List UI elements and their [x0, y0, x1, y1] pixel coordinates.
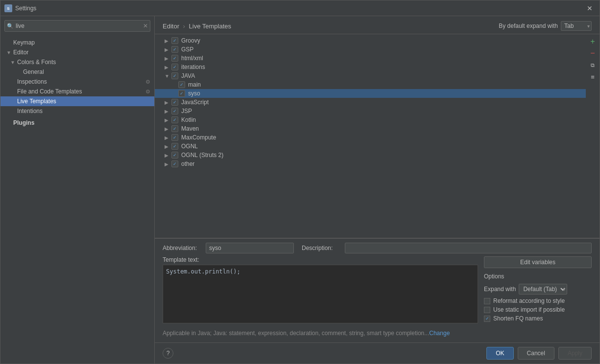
- add-template-button[interactable]: +: [587, 36, 598, 47]
- panel-header: Editor › Live Templates By default expan…: [155, 16, 600, 34]
- sidebar-item-general[interactable]: General: [0, 67, 154, 77]
- template-text-label: Template text:: [163, 256, 478, 263]
- edit-variables-button[interactable]: Edit variables: [484, 256, 592, 268]
- checkbox-main[interactable]: ✓: [178, 81, 185, 88]
- static-import-checkbox[interactable]: [484, 307, 490, 313]
- cancel-button[interactable]: Cancel: [518, 347, 554, 360]
- footer-buttons: OK Cancel Apply: [486, 347, 592, 360]
- list-item[interactable]: ▶ ✓ OGNL (Struts 2): [155, 151, 586, 159]
- breadcrumb-current: Live Templates: [189, 23, 231, 30]
- sidebar: 🔍 ✕ Keymap ▼ Editor ▼ Colors & Fon: [0, 16, 155, 364]
- checkbox-maxcompute[interactable]: ✓: [171, 134, 178, 141]
- abbreviation-input[interactable]: [206, 243, 294, 253]
- sidebar-item-live-templates[interactable]: Live Templates: [0, 96, 154, 106]
- search-box: 🔍 ✕: [4, 20, 150, 32]
- checkbox-syso[interactable]: ✓: [178, 90, 185, 97]
- checkbox-html-xml[interactable]: ✓: [171, 55, 178, 62]
- sidebar-item-intentions[interactable]: Intentions: [0, 106, 154, 116]
- gear-icon: ⚙: [145, 89, 150, 95]
- change-link[interactable]: Change: [429, 330, 450, 337]
- list-item[interactable]: ▶ ✓ GSP: [155, 45, 586, 54]
- checkbox-other[interactable]: ✓: [171, 160, 178, 167]
- close-button[interactable]: ✕: [584, 2, 596, 14]
- list-item-syso[interactable]: ✓ syso: [155, 89, 586, 98]
- title-bar: S Settings ✕: [0, 0, 600, 16]
- shorten-fq-label: Shorten FQ names: [493, 315, 543, 322]
- sidebar-item-inspections[interactable]: Inspections ⚙: [0, 77, 154, 87]
- breadcrumb: Editor › Live Templates: [163, 23, 231, 30]
- shorten-fq-row: ✓ Shorten FQ names: [484, 315, 592, 322]
- description-label: Description:: [302, 245, 341, 251]
- breadcrumb-separator: ›: [183, 23, 185, 30]
- checkbox-gsp[interactable]: ✓: [171, 46, 178, 53]
- abbreviation-row: Abbreviation: Description:: [163, 243, 592, 253]
- sidebar-item-file-code-templates[interactable]: File and Code Templates ⚙: [0, 87, 154, 96]
- checkbox-ognl[interactable]: ✓: [171, 143, 178, 150]
- checkbox-java[interactable]: ✓: [171, 72, 178, 79]
- checkbox-javascript[interactable]: ✓: [171, 99, 178, 106]
- list-item[interactable]: ✓ main: [155, 80, 586, 89]
- expand-arrow-icon: ▶: [165, 47, 169, 52]
- window-title: Settings: [15, 5, 584, 12]
- help-button[interactable]: ?: [163, 348, 173, 359]
- bottom-area: Abbreviation: Description: Template text…: [155, 238, 600, 342]
- sidebar-item-editor[interactable]: ▼ Editor: [0, 47, 154, 57]
- dialog-footer: ? OK Cancel Apply: [155, 342, 600, 364]
- reformat-row: Reformat according to style: [484, 297, 592, 304]
- svg-text:S: S: [7, 6, 10, 11]
- expand-arrow-icon: ▶: [165, 109, 169, 114]
- settings-button[interactable]: ≡: [587, 71, 598, 82]
- list-item[interactable]: ▶ ✓ Groovy: [155, 36, 586, 45]
- list-item[interactable]: ▶ ✓ other: [155, 159, 586, 168]
- search-icon: 🔍: [7, 23, 14, 29]
- list-item[interactable]: ▶ ✓ JavaScript: [155, 98, 586, 107]
- search-clear-icon[interactable]: ✕: [143, 23, 148, 29]
- list-item[interactable]: ▼ ✓ JAVA: [155, 71, 586, 80]
- list-item[interactable]: ▶ ✓ Maven: [155, 124, 586, 133]
- expand-label: By default expand with: [499, 23, 558, 29]
- list-item[interactable]: ▶ ✓ html/xml: [155, 54, 586, 63]
- list-item[interactable]: ▶ ✓ JSP: [155, 107, 586, 115]
- expand-arrow-icon: ▶: [165, 100, 169, 105]
- checkbox-maven[interactable]: ✓: [171, 125, 178, 132]
- shorten-fq-checkbox[interactable]: ✓: [484, 316, 490, 322]
- list-item[interactable]: ▶ ✓ OGNL: [155, 142, 586, 151]
- sidebar-item-plugins[interactable]: Plugins: [0, 118, 154, 128]
- expand-arrow-icon: ▶: [165, 126, 169, 132]
- expand-arrow-icon: ▶: [165, 38, 169, 44]
- expand-arrow-icon: ▶: [165, 135, 169, 140]
- reformat-checkbox[interactable]: [484, 298, 490, 304]
- expand-arrow-icon: ▶: [165, 117, 169, 123]
- expand-arrow-icon: ▶: [165, 144, 169, 149]
- arrow-icon: ▼: [10, 60, 15, 65]
- checkbox-groovy[interactable]: ✓: [171, 37, 178, 44]
- search-input[interactable]: [4, 20, 150, 32]
- expand-dropdown[interactable]: Tab Enter Space: [561, 21, 592, 31]
- expand-with-label: Expand with: [484, 286, 516, 293]
- expand-arrow-icon: ▶: [165, 56, 169, 61]
- sidebar-item-keymap[interactable]: Keymap: [0, 38, 154, 47]
- checkbox-jsp[interactable]: ✓: [171, 108, 178, 114]
- checkbox-kotlin[interactable]: ✓: [171, 116, 178, 123]
- expand-arrow-icon: ▶: [165, 161, 169, 167]
- template-list: ▶ ✓ Groovy ▶ ✓ GSP ▶ ✓ html/xml: [155, 34, 586, 238]
- list-item[interactable]: ▶ ✓ MaxCompute: [155, 133, 586, 142]
- checkbox-ognl-struts2[interactable]: ✓: [171, 152, 178, 159]
- options-panel: Edit variables Options Expand with Defau…: [484, 256, 592, 325]
- expand-dropdown-wrapper: Tab Enter Space ▾: [561, 21, 592, 31]
- ok-button[interactable]: OK: [486, 347, 513, 360]
- static-import-row: Use static import if possible: [484, 306, 592, 313]
- sidebar-item-colors-fonts[interactable]: ▼ Colors & Fonts: [0, 57, 154, 67]
- copy-template-button[interactable]: ⧉: [587, 60, 598, 70]
- remove-template-button[interactable]: −: [587, 48, 598, 59]
- list-item[interactable]: ▶ ✓ iterations: [155, 63, 586, 71]
- checkbox-iterations[interactable]: ✓: [171, 64, 178, 70]
- template-textarea[interactable]: System.out.println();: [163, 265, 478, 323]
- apply-button[interactable]: Apply: [558, 347, 592, 360]
- nav-tree: Keymap ▼ Editor ▼ Colors & Fonts General: [0, 36, 154, 364]
- description-input[interactable]: [345, 243, 592, 253]
- breadcrumb-parent: Editor: [163, 23, 179, 30]
- list-item[interactable]: ▶ ✓ Kotlin: [155, 115, 586, 124]
- expand-with-dropdown[interactable]: Default (Tab) Tab Enter Space: [519, 284, 567, 295]
- applicable-text: Applicable in Java; Java: statement, exp…: [163, 330, 429, 337]
